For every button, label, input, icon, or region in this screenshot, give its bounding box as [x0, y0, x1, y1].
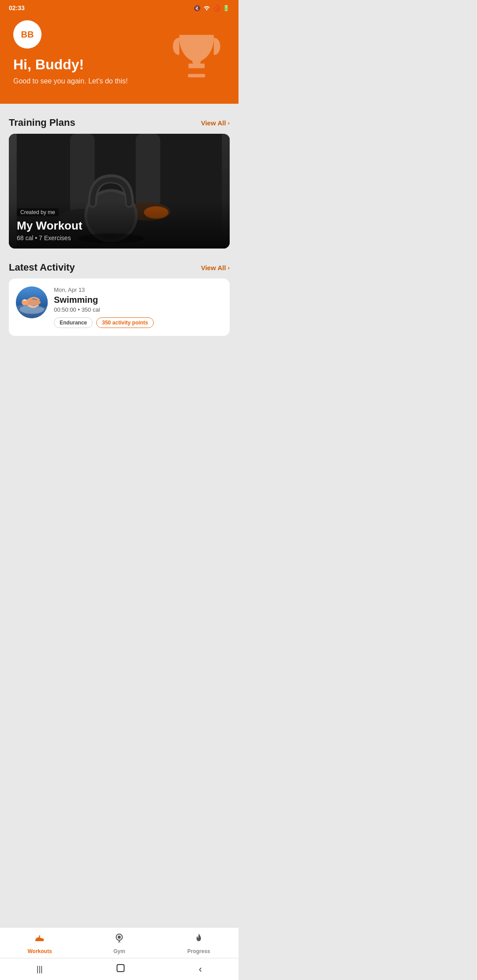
wifi-icon: [203, 4, 210, 12]
card-tag: Created by me: [17, 208, 59, 216]
mute-icon: 🔇: [193, 5, 201, 11]
activity-info: Mon, Apr 13 Swimming 00:50:00 • 350 cal …: [54, 286, 223, 328]
status-time: 02:33: [9, 4, 25, 11]
svg-point-1: [192, 46, 201, 56]
svg-rect-4: [136, 134, 160, 207]
activity-card[interactable]: Mon, Apr 13 Swimming 00:50:00 • 350 cal …: [9, 279, 230, 336]
activity-points-tag: 350 activity points: [96, 317, 154, 328]
status-bar: 02:33 🔇 🚫 🔋: [0, 0, 238, 16]
svg-rect-0: [188, 74, 205, 77]
training-card-overlay: Created by me My Workout 68 cal • 7 Exer…: [9, 201, 230, 249]
hero-section: BB Hi, Buddy! Good to see you again. Let…: [0, 16, 238, 104]
training-plans-title: Training Plans: [9, 117, 75, 128]
card-meta: 68 cal • 7 Exercises: [17, 234, 222, 241]
latest-activity-view-all[interactable]: View All ›: [201, 264, 230, 271]
activity-thumbnail: [16, 286, 48, 318]
status-icons: 🔇 🚫 🔋: [193, 4, 230, 12]
chevron-right-icon: ›: [228, 120, 230, 126]
latest-activity-header: Latest Activity View All ›: [0, 257, 238, 279]
card-title: My Workout: [17, 219, 222, 233]
trophy-icon: [168, 29, 225, 88]
main-content: Training Plans View All ›: [0, 104, 238, 336]
avatar: BB: [13, 20, 42, 49]
latest-activity-section: Latest Activity View All ›: [0, 257, 238, 336]
activity-stats: 00:50:00 • 350 cal: [54, 306, 223, 313]
latest-activity-title: Latest Activity: [9, 262, 75, 273]
training-plans-view-all[interactable]: View All ›: [201, 119, 230, 127]
training-plans-header: Training Plans View All ›: [0, 113, 238, 134]
training-card[interactable]: Created by me My Workout 68 cal • 7 Exer…: [9, 134, 230, 249]
endurance-tag: Endurance: [54, 317, 93, 328]
activity-date: Mon, Apr 13: [54, 286, 223, 293]
training-card-container: Created by me My Workout 68 cal • 7 Exer…: [0, 134, 238, 249]
chevron-right-icon-2: ›: [228, 264, 230, 271]
activity-name: Swimming: [54, 295, 223, 305]
activity-tags: Endurance 350 activity points: [54, 317, 223, 328]
no-entry-icon: 🚫: [213, 5, 220, 11]
hero-subtext: Good to see you again. Let's do this!: [13, 76, 128, 86]
battery-icon: 🔋: [223, 5, 230, 11]
